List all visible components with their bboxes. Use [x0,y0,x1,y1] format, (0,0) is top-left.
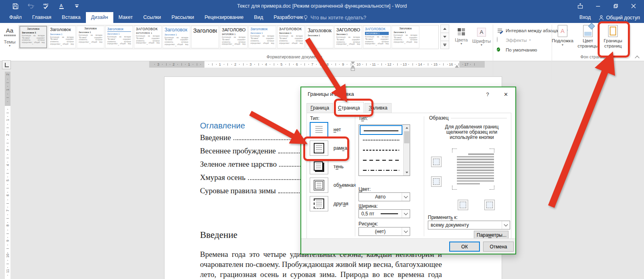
watermark-button[interactable]: A Подложка ▾ [551,25,574,47]
chevron-down-icon[interactable] [502,221,510,229]
ribbon-tab-3[interactable]: Вставка [56,12,85,23]
ribbon-tab-6[interactable]: Ссылки [138,12,166,23]
scrollbar[interactable] [403,125,410,176]
dialog-close-icon[interactable]: ✕ [501,90,510,98]
style-set-thumbnail-1[interactable]: ЗаголовокЗаголовок 1Коллекция на вкладке… [19,26,47,48]
preview-bottom-border-button[interactable] [431,176,442,187]
share-button[interactable]: Общий доступ [598,12,640,23]
style-set-thumbnail-10[interactable]: ЗАГОЛОВОКЗаголовок 1Коллекция на вкладке… [277,26,305,48]
thumbnail-preview-text: Коллекция на вкладке "Вставка" содержит … [79,34,102,44]
ribbon-tab-4[interactable]: Дизайн [86,12,113,23]
ribbon-tab-8[interactable]: Рецензирование [199,12,249,23]
color-dropdown[interactable]: Авто [358,192,410,201]
toc-entry-text: Суровые правила зимы [200,186,276,195]
dialog-help-button[interactable]: ? [484,90,492,98]
gallery-scroll-up-button[interactable] [440,25,449,33]
theme-fonts-button[interactable]: A Шрифты ▾ [472,25,491,59]
vertical-ruler-mark [6,218,9,219]
style-set-thumbnail-6[interactable]: ЗаголовокЗаголовок 1Коллекция на вкладке… [163,26,190,48]
page-color-label: Цвет страницы [576,38,600,49]
scrollbar-thumb[interactable] [404,131,409,143]
border-type-option-3[interactable]: тень [310,159,356,174]
line-style-item-dash-fine[interactable] [360,145,402,155]
style-set-thumbnail-7[interactable]: Заголовок [191,26,219,48]
ribbon-tab-7[interactable]: Рассылки [166,12,199,23]
style-set-thumbnail-5[interactable]: ЗАГОЛОВОКЗАГОЛОВОК 1Коллекция на вкладке… [134,26,162,48]
style-set-thumbnail-4[interactable]: ЗаголовокЗаголовок 1Коллекция на вкладке… [105,26,133,48]
horizontal-ruler-mark [224,64,224,65]
chevron-down-icon[interactable] [402,193,410,201]
themes-button[interactable]: Aa Темы ▾ [2,25,18,59]
preview-text-lines[interactable] [457,153,494,186]
collapse-ribbon-button[interactable] [634,56,640,61]
horizontal-ruler-mark [463,64,463,65]
ok-button[interactable]: ОК [449,242,480,252]
chevron-down-icon[interactable] [402,210,410,218]
horizontal-ruler-mark [208,64,209,65]
style-set-thumbnail-2[interactable]: ЗаголовокЗаголовок 1Коллекция на вкладке… [48,26,76,48]
style-set-thumbnail-14[interactable]: ЗаголовокЗаголовок 1Коллекция на вкладке… [392,26,419,48]
effects-button[interactable]: Эффекты ▾ [497,35,557,45]
preview-left-border-button[interactable] [458,200,468,210]
set-default-button[interactable]: ✓ По умолчанию [497,45,557,55]
paragraph-spacing-button[interactable]: Интервал между абзацами ▾ [497,26,557,35]
body-line-3: лето, грациозная осень и суровая зима. П… [200,269,442,279]
dialog-tab-3[interactable]: Заливка [365,103,391,113]
line-style-item-dotted[interactable] [360,135,402,145]
style-set-thumbnail-13[interactable]: ЗАГОЛОВОКЗАГОЛОВОК 1Коллекция на вкладке… [363,26,391,48]
art-dropdown[interactable]: (нет) [358,227,410,236]
line-style-item-dash[interactable] [360,155,402,165]
dialog-tab-1[interactable]: Граница [306,103,333,113]
minimize-icon[interactable] [589,0,607,12]
thumbnail-preview-text: Коллекция на вкладке "Вставка" содержит … [250,35,274,45]
horizontal-ruler-mark [336,63,336,66]
border-type-option-1[interactable]: нет [310,122,356,137]
ribbon-tab-10[interactable]: Разработчик [268,12,308,23]
line-style-item-solid[interactable] [360,125,402,135]
scroll-down-icon[interactable] [404,169,410,176]
line-style-item-dash-dot[interactable] [360,165,402,175]
apply-to-dropdown[interactable]: всему документу [428,221,510,229]
undo-icon[interactable] [27,2,35,10]
border-type-option-2[interactable]: рамка [310,141,356,156]
spelling-icon[interactable]: ABC [42,2,50,10]
preview-right-border-button[interactable] [484,200,495,210]
width-dropdown[interactable]: 0,5 пт [358,209,410,218]
tell-me-box[interactable]: Что вы хотите сделать? [303,12,366,23]
close-icon[interactable] [625,0,642,12]
style-set-thumbnail-8[interactable]: ЗАГОЛОВОКЗАГОЛОВОК 1Коллекция на вкладке… [220,26,248,48]
border-type-option-4[interactable]: объемная [310,178,356,193]
hanging-indent-marker[interactable] [351,65,355,68]
sign-in-button[interactable]: Вход [579,12,591,23]
save-icon[interactable] [11,2,19,10]
ribbon-tab-5[interactable]: Макет [113,12,138,23]
restore-icon[interactable] [607,0,625,12]
dialog-tab-2[interactable]: Страница [334,102,364,113]
border-type-option-5[interactable]: другая [310,196,356,211]
borders-and-shading-dialog: Границы и заливка ? ✕ ГраницаСтраницаЗал… [300,87,516,254]
ribbon-tab-2[interactable]: Главная [27,12,57,23]
cancel-button[interactable]: Отмена [483,242,514,252]
ribbon-display-options-icon[interactable] [571,0,589,12]
theme-colors-button[interactable]: Цвета ▾ [452,25,471,59]
style-set-thumbnail-9[interactable]: ЗаголовокЗаголовок 1Коллекция на вкладке… [248,26,276,48]
ribbon-tab-9[interactable]: Вид [249,12,269,23]
thumbnail-subtitle: Заголовок 1 [336,33,360,35]
page-color-button[interactable]: Цвет страницы [576,25,600,49]
ribbon-tab-1[interactable]: Файл [4,12,27,23]
chevron-down-icon[interactable] [402,227,410,236]
style-set-thumbnail-3[interactable]: ЗаголовокЗаголовок 1Коллекция на вкладке… [77,26,104,48]
customize-qat-icon[interactable] [73,2,81,10]
page-borders-button[interactable]: Границы страниц [601,25,625,49]
border-type-label: объемная [333,182,356,188]
border-type-label: Тип: [310,116,319,121]
tab-selector[interactable] [2,60,11,69]
left-indent-marker[interactable] [351,68,355,71]
style-set-thumbnail-11[interactable]: ЗаголовокЗаголовок 1 [306,26,333,48]
gallery-more-button[interactable] [440,41,449,49]
gallery-scroll-down-button[interactable] [440,33,449,41]
preview-top-border-button[interactable] [431,157,442,167]
scroll-up-icon[interactable] [404,125,410,131]
style-set-thumbnail-12[interactable]: ЗАГОЛОВОКЗаголовок 1Коллекция на вкладке… [334,26,362,48]
font-color-icon[interactable]: А [57,2,65,10]
